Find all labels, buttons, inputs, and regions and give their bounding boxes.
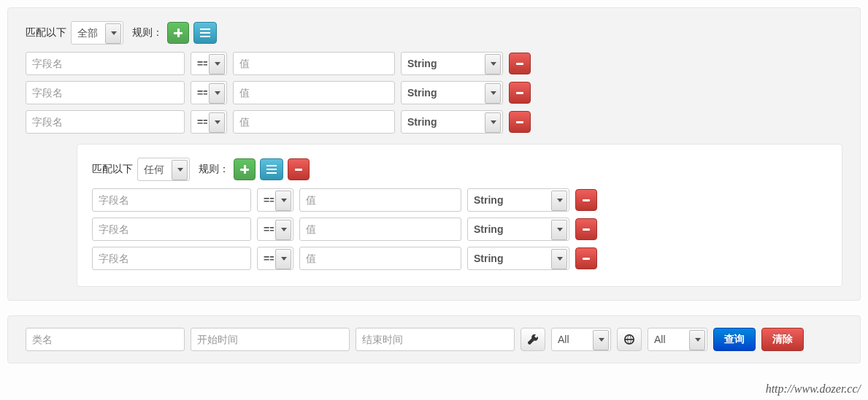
minus-icon <box>516 121 523 123</box>
watermark-text: http://www.dozer.cc/ <box>766 382 861 385</box>
remove-rule-button[interactable] <box>509 53 531 74</box>
wrench-icon <box>528 334 538 345</box>
value-input[interactable] <box>233 81 395 104</box>
rule-row: == String <box>26 81 842 104</box>
remove-rule-button[interactable] <box>575 247 597 269</box>
list-icon <box>200 28 210 37</box>
clear-button[interactable]: 清除 <box>761 328 804 351</box>
add-rule-button[interactable] <box>234 158 256 180</box>
list-icon <box>266 165 277 174</box>
value-input[interactable] <box>233 110 395 134</box>
operator-select[interactable]: == <box>191 110 227 134</box>
field-name-input[interactable] <box>92 247 251 270</box>
globe-icon <box>624 334 634 345</box>
plus-icon <box>240 165 249 174</box>
rules-label: 规则： <box>199 163 229 176</box>
add-group-button[interactable] <box>193 22 217 44</box>
type-select[interactable]: String <box>401 52 503 75</box>
operator-select[interactable]: == <box>191 52 227 75</box>
rule-row: == String <box>26 52 842 75</box>
inner-group-header: 匹配以下 任何 规则： <box>92 158 827 181</box>
filter2-select[interactable]: All <box>648 328 707 351</box>
rule-row: == String <box>92 218 827 241</box>
type-select[interactable]: String <box>467 218 569 241</box>
nested-group-panel: 匹配以下 任何 规则： == String == String <box>77 144 842 287</box>
field-name-input[interactable] <box>26 81 185 104</box>
field-name-input[interactable] <box>26 110 185 134</box>
operator-select[interactable]: == <box>257 188 293 212</box>
rule-builder-panel: 匹配以下 全部 规则： == String == String == Strin… <box>7 7 861 301</box>
add-group-button[interactable] <box>260 158 283 180</box>
remove-rule-button[interactable] <box>575 189 597 211</box>
operator-select[interactable]: == <box>257 218 293 241</box>
class-name-input[interactable] <box>26 328 185 351</box>
remove-rule-button[interactable] <box>509 82 531 104</box>
rule-row: == String <box>92 188 827 212</box>
plus-icon <box>174 28 183 37</box>
globe-button[interactable] <box>617 328 642 351</box>
query-button[interactable]: 查询 <box>713 328 756 351</box>
match-mode-select[interactable]: 全部 <box>71 21 123 45</box>
minus-icon <box>583 228 590 231</box>
match-mode-select[interactable]: 任何 <box>137 158 190 181</box>
match-label: 匹配以下 <box>26 26 66 39</box>
field-name-input[interactable] <box>26 52 185 75</box>
query-bar-panel: All All 查询 清除 <box>7 315 861 364</box>
rule-row: == String <box>26 110 842 134</box>
wrench-button[interactable] <box>521 328 545 351</box>
type-select[interactable]: String <box>401 110 503 134</box>
minus-icon <box>295 169 302 171</box>
minus-icon <box>516 92 523 94</box>
start-time-input[interactable] <box>191 328 350 351</box>
minus-icon <box>583 258 590 260</box>
type-select[interactable]: String <box>401 81 503 104</box>
match-label: 匹配以下 <box>92 163 133 176</box>
add-rule-button[interactable] <box>167 22 189 44</box>
minus-icon <box>516 63 523 65</box>
remove-group-button[interactable] <box>288 158 310 180</box>
value-input[interactable] <box>299 247 461 270</box>
operator-select[interactable]: == <box>257 247 293 270</box>
type-select[interactable]: String <box>467 188 569 212</box>
remove-rule-button[interactable] <box>509 111 531 133</box>
field-name-input[interactable] <box>92 218 251 241</box>
rule-row: == String <box>92 247 827 270</box>
field-name-input[interactable] <box>92 188 251 212</box>
rules-label: 规则： <box>132 26 163 39</box>
minus-icon <box>583 199 590 201</box>
filter1-select[interactable]: All <box>551 328 611 351</box>
value-input[interactable] <box>233 52 395 75</box>
operator-select[interactable]: == <box>191 81 227 104</box>
value-input[interactable] <box>299 188 461 212</box>
end-time-input[interactable] <box>356 328 515 351</box>
value-input[interactable] <box>299 218 461 241</box>
query-bar-row: All All 查询 清除 <box>26 328 842 351</box>
outer-group-header: 匹配以下 全部 规则： <box>26 21 842 45</box>
type-select[interactable]: String <box>467 247 569 270</box>
remove-rule-button[interactable] <box>575 218 597 240</box>
